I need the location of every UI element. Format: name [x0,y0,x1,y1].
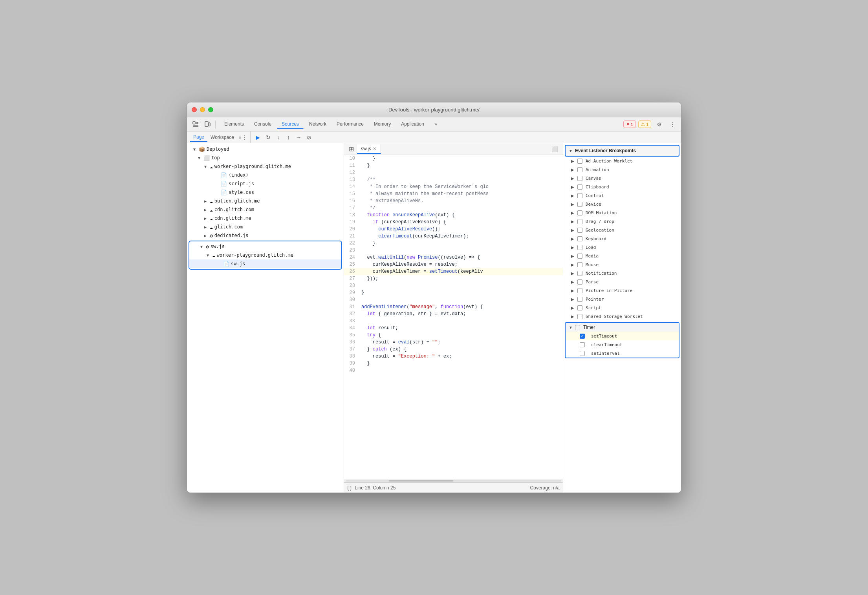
bp-item-shared-storage[interactable]: ▶ Shared Storage Worklet [563,312,681,321]
tree-item-swjs-file[interactable]: 📄 sw.js [189,259,341,268]
resume-button[interactable]: ▶ [254,133,262,142]
bp-checkbox-ss[interactable] [577,314,582,319]
timer-item-setinterval[interactable]: setInterval [566,349,679,358]
bp-checkbox-anim[interactable] [577,167,582,172]
device-icon[interactable] [202,119,213,130]
step-button[interactable]: → [295,133,303,142]
tree-item-top[interactable]: ▼ ⬜ top [187,153,344,162]
subtab-page[interactable]: Page [190,133,207,142]
bp-checkbox-script[interactable] [577,305,582,310]
bp-checkbox-clip[interactable] [577,184,582,190]
bp-item-media[interactable]: ▶ Media [563,252,681,260]
tab-application[interactable]: Application [396,120,429,129]
bp-item-notification[interactable]: ▶ Notification [563,269,681,277]
step-out-button[interactable]: ↑ [284,133,293,142]
deactivate-button[interactable]: ⊘ [305,133,313,142]
tree-item-deployed[interactable]: ▼ 📦 Deployed [187,145,344,153]
bp-checkbox-ctrl[interactable] [577,193,582,198]
tab-console[interactable]: Console [249,120,276,129]
bp-checkbox-dd[interactable] [577,219,582,224]
bp-checkbox-load[interactable] [577,245,582,250]
warn-badge[interactable]: ⚠ 1 [638,120,651,128]
tab-sources[interactable]: Sources [277,120,304,129]
bp-item-control[interactable]: ▶ Control [563,191,681,200]
maximize-button[interactable] [208,107,213,112]
tab-memory[interactable]: Memory [369,120,396,129]
code-area[interactable]: 10 } 11 } 12 13 /** [344,155,563,479]
timer-item-settimeout[interactable]: setTimeout [566,332,679,340]
tree-item-stylecss[interactable]: 📄 style.css [187,188,344,197]
bp-checkbox-geo[interactable] [577,228,582,233]
timer-header[interactable]: ▼ Timer [566,323,679,332]
bp-item-pointer[interactable]: ▶ Pointer [563,295,681,303]
code-scrollbar[interactable] [344,479,563,482]
bp-checkbox-ad[interactable] [577,159,582,164]
tab-performance[interactable]: Performance [332,120,368,129]
more-options-icon[interactable]: ⋮ [667,119,678,130]
tab-network[interactable]: Network [304,120,331,129]
expand-panel-icon[interactable]: ⬜ [548,146,561,152]
bp-item-canvas[interactable]: ▶ Canvas [563,174,681,183]
bp-item-pip[interactable]: ▶ Picture-in-Picture [563,286,681,295]
bp-checkbox-ptr[interactable] [577,297,582,302]
tree-item-button-glitch[interactable]: ▶ ☁ button.glitch.me [187,197,344,205]
settings-icon[interactable]: ⚙ [654,119,665,130]
bp-item-animation[interactable]: ▶ Animation [563,165,681,174]
bp-item-parse[interactable]: ▶ Parse [563,277,681,286]
bp-item-mouse[interactable]: ▶ Mouse [563,260,681,269]
bp-item-dom-mutation[interactable]: ▶ DOM Mutation [563,208,681,217]
timer-item-cleartimeout[interactable]: clearTimeout [566,340,679,349]
subtab-workspace[interactable]: Workspace [207,133,237,142]
bp-checkbox-dev[interactable] [577,202,582,207]
code-line-28: 28 [344,282,563,289]
toggle-sidebar-icon[interactable]: ⊞ [346,145,357,153]
settimeout-checkbox[interactable] [580,334,585,339]
tab-more[interactable]: » [430,120,442,129]
bp-item-geolocation[interactable]: ▶ Geolocation [563,226,681,234]
error-badge[interactable]: ✕ 1 [623,120,636,128]
tree-item-scriptjs[interactable]: 📄 script.js [187,179,344,188]
code-line-20: 20 curKeepAliveResolve(); [344,226,563,233]
setinterval-checkbox[interactable] [580,351,585,356]
bp-checkbox-mouse[interactable] [577,262,582,267]
bp-item-clipboard[interactable]: ▶ Clipboard [563,183,681,191]
tree-item-swjs-root[interactable]: ▼ ⚙ sw.js [189,242,341,251]
bp-checkbox-kb[interactable] [577,236,582,241]
inspect-icon[interactable] [190,119,201,130]
bp-item-device[interactable]: ▶ Device [563,200,681,208]
code-tab-swjs[interactable]: sw.js ✕ [357,144,381,154]
step-into-button[interactable]: ↓ [274,133,283,142]
step-over-button[interactable]: ↻ [264,133,273,142]
debug-toolbar: ▶ ↻ ↓ ↑ → ⊘ [251,133,678,142]
subtab-more[interactable]: » [239,135,242,140]
tree-item-cdn-me[interactable]: ▶ ☁ cdn.glitch.me [187,214,344,223]
bp-item-drag-drop[interactable]: ▶ Drag / drop [563,217,681,226]
timer-checkbox[interactable] [575,325,580,330]
bp-item-script[interactable]: ▶ Script [563,303,681,312]
minimize-button[interactable] [200,107,205,112]
format-button[interactable]: { } [347,485,352,491]
tree-item-glitch-com[interactable]: ▶ ☁ glitch.com [187,223,344,231]
tree-item-index[interactable]: 📄 (index) [187,171,344,179]
bp-item-keyboard[interactable]: ▶ Keyboard [563,234,681,243]
bp-label-ptr: Pointer [586,297,604,302]
bp-checkbox-dom[interactable] [577,210,582,215]
bp-checkbox-media[interactable] [577,254,582,259]
bp-checkbox-pip[interactable] [577,288,582,293]
bp-checkbox-parse[interactable] [577,279,582,285]
panel-menu[interactable]: ⋮ [242,134,247,141]
bp-item-ad-auction[interactable]: ▶ Ad Auction Worklet [563,157,681,165]
tree-item-cdn-com[interactable]: ▶ ☁ cdn.glitch.com [187,205,344,214]
tree-item-dedicatedjs[interactable]: ▶ ⚙ dedicated.js [187,231,344,240]
cleartimeout-checkbox[interactable] [580,342,585,347]
gear-js-icon: ⚙ [210,233,213,239]
tree-item-worker-playground[interactable]: ▼ ☁ worker-playground.glitch.me [187,162,344,171]
bp-item-load[interactable]: ▶ Load [563,243,681,252]
bp-checkbox-canvas[interactable] [577,176,582,181]
tree-item-swjs-host[interactable]: ▼ ☁ worker-playground.glitch.me [189,251,341,259]
close-button[interactable] [192,107,197,112]
close-tab-icon[interactable]: ✕ [373,146,377,151]
tab-elements[interactable]: Elements [220,120,249,129]
event-listener-breakpoints-header[interactable]: ▼ Event Listener Breakpoints [565,145,679,157]
bp-checkbox-notif[interactable] [577,271,582,276]
